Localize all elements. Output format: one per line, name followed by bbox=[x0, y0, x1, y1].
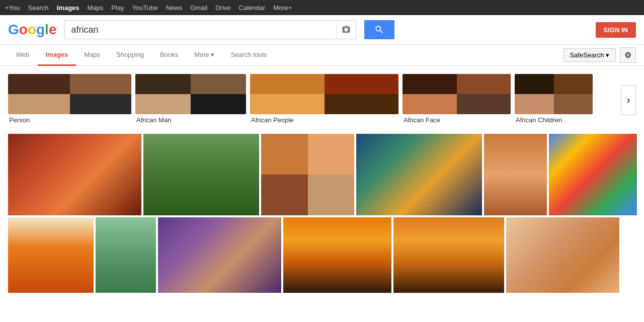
image-item-silhouette[interactable] bbox=[393, 217, 504, 293]
nav-web[interactable]: Web bbox=[8, 45, 38, 66]
sign-in-button[interactable]: SIGN IN bbox=[596, 22, 636, 38]
nav-maps[interactable]: Maps bbox=[76, 45, 108, 66]
camera-search-icon[interactable] bbox=[336, 21, 356, 39]
chevron-right-button[interactable]: › bbox=[621, 85, 636, 115]
image-item-dance[interactable] bbox=[8, 134, 141, 215]
topbar-item-drive[interactable]: Drive bbox=[215, 4, 230, 12]
related-item-african-face[interactable]: African Face bbox=[403, 74, 511, 124]
search-box bbox=[64, 20, 356, 39]
image-grid bbox=[0, 132, 644, 297]
related-item-person[interactable]: Person bbox=[8, 74, 131, 124]
secondary-nav-right: SafeSearch ▾ ⚙ bbox=[563, 47, 636, 63]
related-label-person: Person bbox=[8, 116, 30, 124]
related-item-african-man[interactable]: African Man bbox=[135, 74, 246, 124]
related-label-african-children: African Children bbox=[515, 116, 562, 124]
topbar-item-more[interactable]: More+ bbox=[273, 4, 292, 12]
nav-images[interactable]: Images bbox=[38, 45, 76, 66]
image-item-map[interactable] bbox=[549, 134, 637, 215]
topbar-item-you[interactable]: +You bbox=[5, 4, 20, 12]
topbar-item-maps[interactable]: Maps bbox=[88, 4, 104, 12]
safe-search-button[interactable]: SafeSearch ▾ bbox=[563, 48, 616, 62]
image-item-fabric-art[interactable] bbox=[506, 217, 619, 293]
nav-shopping[interactable]: Shopping bbox=[108, 45, 152, 66]
topbar-item-images[interactable]: Images bbox=[57, 4, 79, 12]
image-item-africa-map[interactable] bbox=[96, 217, 156, 293]
google-logo[interactable]: Google bbox=[8, 22, 56, 38]
topbar-item-search[interactable]: Search bbox=[28, 4, 49, 12]
topbar-item-gmail[interactable]: Gmail bbox=[190, 4, 207, 12]
search-button[interactable] bbox=[364, 20, 394, 39]
nav-books[interactable]: Books bbox=[152, 45, 186, 66]
image-item-art[interactable] bbox=[484, 134, 547, 215]
top-navigation-bar: +You Search Images Maps Play YouTube New… bbox=[0, 0, 644, 15]
nav-search-tools[interactable]: Search tools bbox=[222, 45, 275, 66]
related-searches-row: Person African Man bbox=[8, 70, 636, 130]
search-input[interactable] bbox=[65, 25, 336, 35]
settings-button[interactable]: ⚙ bbox=[620, 47, 636, 63]
related-label-african-people: African People bbox=[250, 116, 294, 124]
related-label-african-face: African Face bbox=[403, 116, 440, 124]
secondary-navigation: Web Images Maps Shopping Books More ▾ Se… bbox=[0, 45, 644, 66]
related-item-african-children[interactable]: African Children bbox=[515, 74, 593, 124]
topbar-item-play[interactable]: Play bbox=[111, 4, 124, 12]
image-row-1 bbox=[8, 134, 636, 215]
image-item-africa-art[interactable] bbox=[8, 217, 94, 293]
related-label-african-man: African Man bbox=[135, 116, 171, 124]
image-item-elephant[interactable] bbox=[143, 134, 259, 215]
image-item-people-mosaic[interactable] bbox=[261, 134, 354, 215]
image-item-sunset[interactable] bbox=[283, 217, 391, 293]
topbar-item-calendar[interactable]: Calendar bbox=[239, 4, 266, 12]
related-item-african-people[interactable]: African People bbox=[250, 74, 398, 124]
image-item-children-group[interactable] bbox=[158, 217, 281, 293]
topbar-item-news[interactable]: News bbox=[166, 4, 183, 12]
image-row-2 bbox=[8, 217, 636, 293]
topbar-item-youtube[interactable]: YouTube bbox=[132, 4, 158, 12]
nav-more[interactable]: More ▾ bbox=[186, 45, 222, 66]
header: Google SIGN IN bbox=[0, 15, 644, 45]
image-item-colorful-face[interactable] bbox=[356, 134, 482, 215]
related-searches-section: Person African Man bbox=[0, 66, 644, 132]
